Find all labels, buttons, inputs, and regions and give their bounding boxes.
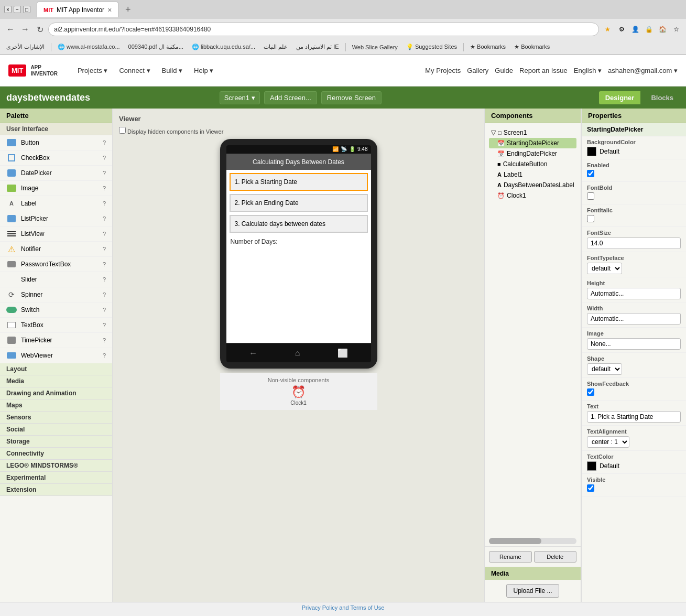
bookmark-recent[interactable]: الإشارات الأخرى (4, 42, 47, 51)
recent-nav-icon[interactable]: ⬜ (337, 348, 348, 358)
remove-screen-button[interactable]: Remove Screen (321, 91, 382, 104)
address-bar[interactable]: ai2.appinventor.mit.edu/?locale=en#46193… (48, 23, 599, 36)
palette-item-passwordtextbox[interactable]: PasswordTextBox ? (0, 257, 112, 272)
bookmark-nabat[interactable]: علم النبات (262, 42, 290, 51)
palette-item-notifier[interactable]: ⚠ Notifier ? (0, 242, 112, 257)
bookmark-009340[interactable]: 009340.pdf مكتبة ال... (126, 42, 186, 51)
minimize-btn[interactable]: − (14, 6, 21, 13)
guide-link[interactable]: Guide (495, 67, 513, 74)
fontitalic-checkbox[interactable] (587, 215, 594, 222)
person-icon[interactable]: 👤 (629, 24, 641, 35)
display-hidden-checkbox[interactable] (119, 127, 126, 134)
home-icon[interactable]: 🏠 (657, 24, 668, 35)
close-btn[interactable]: × (4, 6, 12, 13)
bookmark-bookmarks1[interactable]: ★ Bookmarks (468, 42, 508, 51)
tab-close-btn[interactable]: × (107, 6, 112, 14)
phone-btn-3[interactable]: 3. Calculate days between dates (230, 215, 368, 233)
palette-item-button[interactable]: Button ? (0, 135, 112, 150)
comp-daysbetweendateslabel[interactable]: A DaysBetweenDatesLabel (489, 180, 576, 190)
palette-section-storage[interactable]: Storage (0, 436, 112, 448)
phone-btn-1[interactable]: 1. Pick a Starting Date (230, 173, 368, 191)
textalignment-select[interactable]: center : 1 (587, 436, 629, 448)
palette-section-extension[interactable]: Extension (0, 484, 112, 496)
tools-icon[interactable]: ⚙ (616, 24, 627, 35)
palette-section-layout[interactable]: Layout (0, 363, 112, 375)
bookmark-import[interactable]: تم الاستيراد من IE (294, 42, 341, 51)
palette-section-experimental[interactable]: Experimental (0, 472, 112, 484)
palette-item-textbox[interactable]: TextBox ? (0, 318, 112, 333)
nav-projects[interactable]: Projects ▾ (72, 64, 113, 77)
bookmark-almostafa[interactable]: 🌐 www.al-mostafa.co... (56, 42, 122, 51)
palette-section-connectivity[interactable]: Connectivity (0, 448, 112, 460)
palette-section-drawing[interactable]: Drawing and Animation (0, 387, 112, 399)
gallery-link[interactable]: Gallery (467, 67, 488, 74)
showfeedback-checkbox[interactable] (587, 388, 594, 396)
palette-item-spinner[interactable]: ⟳ Spinner ? (0, 287, 112, 302)
active-tab[interactable]: MIT MIT App Inventor × (37, 2, 118, 17)
maximize-btn[interactable]: □ (23, 6, 30, 13)
report-issue-link[interactable]: Report an Issue (519, 67, 568, 74)
palette-item-checkbox[interactable]: CheckBox ? (0, 150, 112, 166)
blocks-button[interactable]: Blocks (645, 91, 680, 104)
comp-startingdatepicker[interactable]: 📅 StartingDatePicker (489, 138, 576, 148)
fontbold-checkbox[interactable] (587, 192, 594, 200)
nav-help[interactable]: Help ▾ (189, 64, 219, 77)
palette-section-media[interactable]: Media (0, 375, 112, 387)
palette-item-webviewer[interactable]: WebViewer ? (0, 348, 112, 363)
nav-build[interactable]: Build ▾ (157, 64, 188, 77)
footer-link[interactable]: Privacy Policy and Terms of Use (302, 604, 385, 611)
palette-item-image[interactable]: Image ? (0, 181, 112, 196)
palette-item-label[interactable]: A Label ? (0, 196, 112, 211)
fontsize-input[interactable] (587, 237, 681, 249)
shape-select[interactable]: default (587, 363, 622, 375)
comp-clock1[interactable]: ⏰ Clock1 (489, 190, 576, 201)
comp-calculatebutton[interactable]: ■ CalculateButton (489, 159, 576, 169)
refresh-button[interactable]: ↻ (34, 23, 46, 36)
bookmark-star[interactable]: ★ (601, 23, 614, 36)
width-input[interactable] (587, 313, 681, 325)
back-nav-icon[interactable]: ← (249, 349, 257, 358)
palette-item-datepicker[interactable]: DatePicker ? (0, 166, 112, 181)
phone-btn-2[interactable]: 2. Pick an Ending Date (230, 194, 368, 212)
forward-button[interactable]: → (19, 23, 31, 36)
bookmark-bookmarks2[interactable]: ★ Bookmarks (512, 42, 552, 51)
palette-item-listview[interactable]: ListView ? (0, 226, 112, 242)
height-input[interactable] (587, 288, 681, 299)
text-input[interactable] (587, 411, 681, 423)
language-dropdown[interactable]: English ▾ (574, 67, 602, 74)
image-input[interactable] (587, 338, 681, 350)
textcolor-swatch[interactable] (587, 461, 596, 471)
enabled-checkbox[interactable] (587, 170, 594, 177)
my-projects-link[interactable]: My Projects (425, 67, 461, 74)
user-dropdown[interactable]: ashahen@gmail.com ▾ (608, 67, 678, 74)
palette-item-slider[interactable]: Slider ? (0, 272, 112, 287)
comp-screen1[interactable]: ▽ □ Screen1 (489, 127, 576, 138)
palette-item-listpicker[interactable]: ListPicker ? (0, 211, 112, 226)
component-scrollbar[interactable] (489, 538, 576, 544)
upload-file-button[interactable]: Upload File ... (506, 584, 559, 598)
back-button[interactable]: ← (4, 23, 17, 36)
star-icon[interactable]: ☆ (670, 24, 682, 35)
rename-button[interactable]: Rename (489, 551, 532, 563)
bookmark-libback[interactable]: 🌐 libback.uqu.edu.sa/... (190, 42, 257, 51)
screen-selector[interactable]: Screen1 ▾ (220, 91, 260, 104)
shield-icon[interactable]: 🔒 (643, 24, 655, 35)
nav-connect[interactable]: Connect ▾ (114, 64, 155, 77)
palette-section-ui[interactable]: User Interface (0, 123, 112, 135)
palette-item-timepicker[interactable]: TimePicker ? (0, 333, 112, 348)
designer-button[interactable]: Designer (599, 91, 641, 104)
backgroundcolor-swatch[interactable] (587, 147, 596, 156)
palette-section-maps[interactable]: Maps (0, 399, 112, 412)
palette-section-lego[interactable]: LEGO® MINDSTORMS® (0, 460, 112, 472)
fonttypeface-select[interactable]: default (587, 263, 622, 274)
delete-button[interactable]: Delete (534, 551, 577, 563)
comp-label1[interactable]: A Label1 (489, 169, 576, 180)
new-tab-button[interactable]: + (121, 2, 135, 17)
visible-checkbox[interactable] (587, 484, 594, 492)
palette-section-social[interactable]: Social (0, 424, 112, 436)
palette-section-sensors[interactable]: Sensors (0, 412, 112, 424)
bookmark-suggested[interactable]: 💡 Suggested Sites (404, 42, 459, 51)
comp-endingdatepicker[interactable]: 📅 EndingDatePicker (489, 148, 576, 159)
bookmark-webslice[interactable]: Web Slice Gallery (350, 43, 400, 51)
add-screen-button[interactable]: Add Screen... (264, 91, 317, 104)
